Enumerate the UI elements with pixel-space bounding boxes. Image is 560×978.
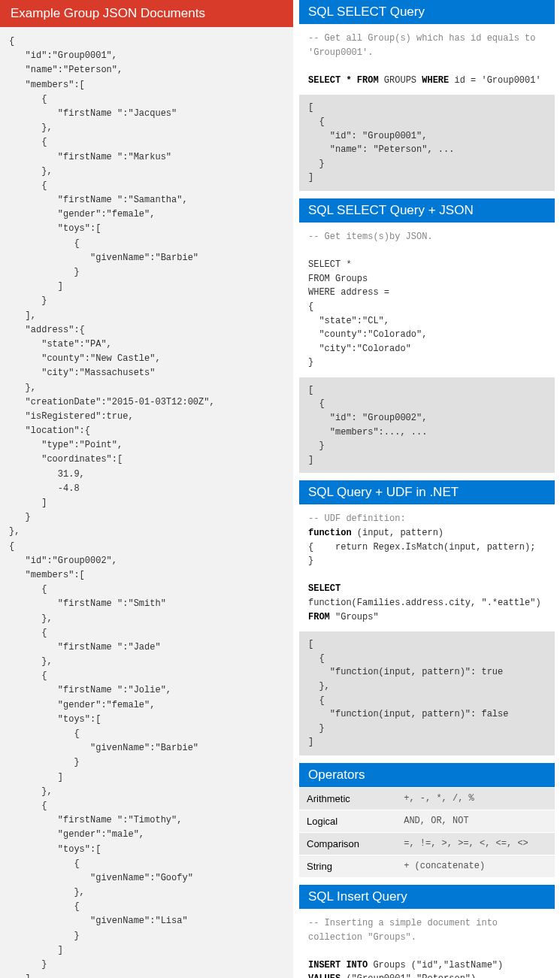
udf-body-line: { return Regex.IsMatch(input, pattern); … <box>308 542 541 567</box>
kw-where: WHERE <box>422 75 449 86</box>
sql-insert-body: -- Inserting a simple document into coll… <box>299 909 555 978</box>
sql-insert-section: SQL Insert Query -- Inserting a simple d… <box>299 885 555 978</box>
table-row: String + (concatenate) <box>299 855 555 877</box>
kw-select-udf: SELECT <box>308 583 341 594</box>
sql-insert-comment: -- Inserting a simple document into coll… <box>308 918 503 943</box>
sql-select-title: SQL SELECT Query <box>299 0 555 24</box>
sql-select-json-section: SQL SELECT Query + JSON -- Get items(s)b… <box>299 198 555 474</box>
kw-values: VALUES <box>308 973 341 978</box>
sql-select-section: SQL SELECT Query -- Get all Group(s) whi… <box>299 0 555 191</box>
op-label: Logical <box>299 810 396 832</box>
sql-select-json-body: -- Get items(s)by JSON. SELECT * FROM Gr… <box>299 223 555 377</box>
sql-udf-result: [ { "function(input, pattern)": true }, … <box>299 631 555 755</box>
operators-section: Operators Arithmetic +, -, *, /, % Logic… <box>299 763 555 877</box>
table-row: Arithmetic +, -, *, /, % <box>299 787 555 810</box>
operators-title: Operators <box>299 763 555 787</box>
op-value: AND, OR, NOT <box>396 810 555 832</box>
sql-select-result: [ { "id": "Group0001", "name": "Peterson… <box>299 95 555 191</box>
op-label: Comparison <box>299 832 396 855</box>
op-label: String <box>299 855 396 877</box>
sql-udf-section: SQL Query + UDF in .NET -- UDF definitio… <box>299 480 555 755</box>
insert-txt2: ("Group0001","Peterson") <box>341 973 476 978</box>
op-label: Arithmetic <box>299 787 396 810</box>
sql-select-body: -- Get all Group(s) which has id equals … <box>299 24 555 95</box>
txt-where-clause: id = 'Group0001' <box>449 75 540 86</box>
example-json-code: { "id":"Group0001", "name":"Peterson", "… <box>0 27 293 978</box>
kw-from-udf: FROM <box>308 612 330 622</box>
op-value: + (concatenate) <box>396 855 555 877</box>
operators-table: Arithmetic +, -, *, /, % Logical AND, OR… <box>299 787 555 877</box>
example-json-section: Example Group JSON Documents { "id":"Gro… <box>0 0 293 978</box>
txt-groups: GROUPS <box>379 75 422 86</box>
sql-select-json-result: [ { "id": "Group0002", "members":..., ..… <box>299 377 555 474</box>
op-value: +, -, *, /, % <box>396 787 555 810</box>
example-json-title: Example Group JSON Documents <box>0 0 293 27</box>
op-value: =, !=, >, >=, <, <=, <> <box>396 832 555 855</box>
sql-select-json-title: SQL SELECT Query + JSON <box>299 198 555 223</box>
insert-txt1: Groups ("id","lastName") <box>368 960 503 970</box>
table-row: Logical AND, OR, NOT <box>299 810 555 832</box>
kw-function: function <box>308 528 352 538</box>
sql-select-json-query: SELECT * FROM Groups WHERE address = { "… <box>308 259 427 368</box>
sql-udf-comment: -- UDF definition: <box>308 513 406 524</box>
table-row: Comparison =, !=, >, >=, <, <=, <> <box>299 832 555 855</box>
udf-sig: (input, pattern) <box>352 528 443 538</box>
udf-line2: function(Families.address.city, ".*eattl… <box>308 598 541 608</box>
sql-udf-title: SQL Query + UDF in .NET <box>299 480 555 504</box>
sql-select-json-comment: -- Get items(s)by JSON. <box>308 232 433 242</box>
sql-insert-title: SQL Insert Query <box>299 885 555 909</box>
sql-udf-body: -- UDF definition: function (input, patt… <box>299 504 555 631</box>
kw-select-from: SELECT * FROM <box>308 75 379 86</box>
sql-select-comment: -- Get all Group(s) which has id equals … <box>308 33 541 58</box>
udf-from-txt: "Groups" <box>330 612 379 622</box>
kw-insert-into: INSERT INTO <box>308 960 368 970</box>
